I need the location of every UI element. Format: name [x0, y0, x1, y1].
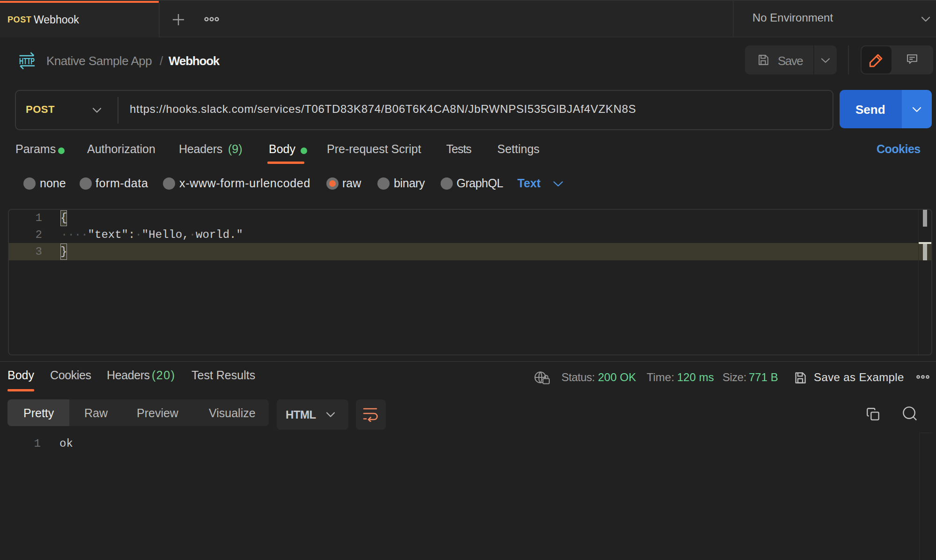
svg-text:HTTP: HTTP: [19, 56, 35, 66]
